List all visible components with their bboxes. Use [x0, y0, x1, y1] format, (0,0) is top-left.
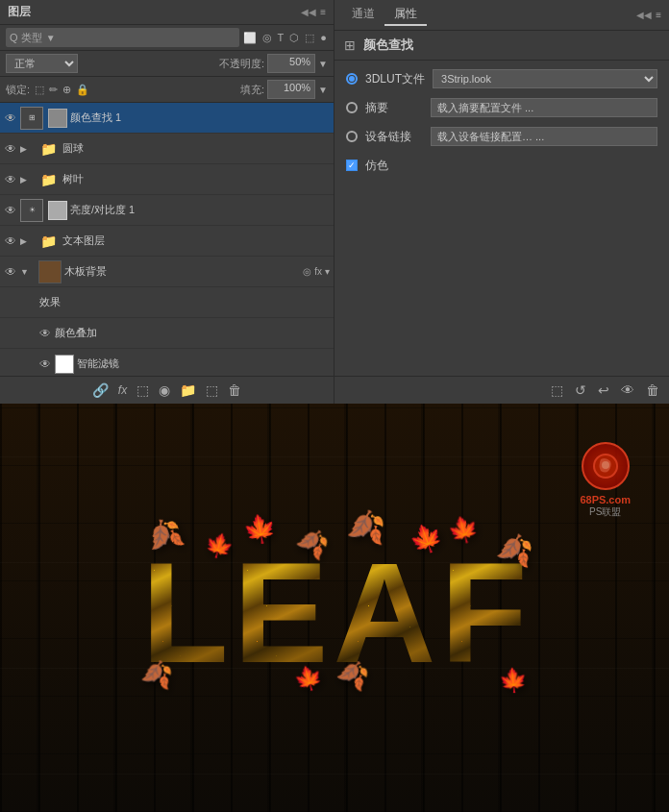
- lock-transparent-icon[interactable]: ⬚: [34, 83, 45, 97]
- eye-wood[interactable]: 👁: [4, 265, 17, 279]
- props-menu-icon[interactable]: ≡: [656, 10, 661, 20]
- label-3dlut: 3DLUT文件: [365, 71, 425, 87]
- layer-icon-circle[interactable]: ◎: [261, 31, 273, 45]
- eye-leaf[interactable]: 👁: [4, 173, 17, 186]
- layer-name-wood: 木板背景: [64, 264, 298, 279]
- leaf-deco-F-br: 🍁: [498, 665, 529, 695]
- prop-row-3dlut: 3DLUT文件 3Strip.look: [346, 68, 657, 89]
- props-body: 3DLUT文件 3Strip.look 摘要 载入摘要配置文件 ... 设备链接…: [334, 61, 669, 184]
- lock-position-icon[interactable]: ⊕: [62, 83, 72, 97]
- panel-collapse-controls: ◀◀ ≡: [301, 7, 326, 17]
- layer-icon-dot[interactable]: ●: [319, 31, 328, 44]
- leaf-deco-F-tr: 🍂: [494, 529, 535, 569]
- props-content-header: ⊞ 颜色查找: [334, 31, 669, 61]
- checkbox-dither[interactable]: ✓: [346, 160, 358, 171]
- expand-circle[interactable]: ▶: [20, 144, 34, 154]
- layer-item-color-overlay[interactable]: 👁 颜色叠加: [0, 318, 334, 349]
- fx-icon[interactable]: fx: [118, 383, 127, 397]
- svg-point-1: [602, 461, 609, 469]
- delete-layer-icon[interactable]: 🗑: [228, 382, 241, 398]
- eye-color-overlay[interactable]: 👁: [38, 327, 52, 340]
- props-collapse-icon[interactable]: ◀◀: [636, 10, 652, 20]
- layer-name-color-lookup: 颜色查找 1: [70, 111, 330, 125]
- eye-color-lookup[interactable]: 👁: [4, 111, 17, 125]
- leaf-deco-A-top: 🍂: [346, 506, 387, 546]
- props-adjustment-icon: ⊞: [344, 37, 356, 53]
- prop-row-dither: ✓ 仿色: [346, 155, 657, 176]
- tab-properties[interactable]: 属性: [384, 4, 427, 26]
- thumb-color-lookup: ⊞: [20, 107, 43, 130]
- link-icon[interactable]: 🔗: [92, 382, 109, 398]
- layer-item-color-lookup[interactable]: 👁 ⊞ 颜色查找 1: [0, 103, 334, 134]
- fill-dropdown[interactable]: ▼: [318, 85, 328, 95]
- watermark-logo-svg: [591, 452, 620, 480]
- layer-item-leaf[interactable]: 👁 ▶ 📁 树叶: [0, 164, 334, 195]
- layers-collapse-icon[interactable]: ◀◀: [301, 7, 316, 17]
- lock-fill-row: 锁定: ⬚ ✏ ⊕ 🔒 填充: 100% ▼: [0, 77, 334, 103]
- lock-all-icon[interactable]: 🔒: [75, 83, 90, 97]
- layer-name-brightness: 亮度/对比度 1: [70, 203, 330, 217]
- fx-arrow: ▾: [325, 266, 330, 277]
- layers-menu-icon[interactable]: ≡: [320, 7, 326, 17]
- top-panels: 图层 ◀◀ ≡ Q 类型 ▼ ⬜ ◎ T ⬡ ⬚ ● 正常: [0, 0, 669, 404]
- expand-leaf[interactable]: ▶: [20, 175, 34, 185]
- letter-E-box: 🍁 🍂 🍁 E: [234, 542, 329, 684]
- prop-row-summary: 摘要 载入摘要配置文件 ...: [346, 97, 657, 118]
- layers-list[interactable]: 👁 ⊞ 颜色查找 1 👁 ▶ 📁 圆球 👁 ▶ 📁 树叶: [0, 103, 334, 376]
- props-delete-icon[interactable]: 🗑: [646, 382, 659, 398]
- group-icon[interactable]: 📁: [180, 382, 196, 398]
- thumb-wood: [38, 260, 62, 283]
- label-summary: 摘要: [365, 100, 423, 116]
- btn-load-device[interactable]: 载入设备链接配置… ...: [431, 127, 657, 146]
- prop-row-device: 设备链接 载入设备链接配置… ...: [346, 126, 657, 147]
- eye-circle[interactable]: 👁: [4, 142, 17, 156]
- layer-item-brightness[interactable]: 👁 ☀ 亮度/对比度 1: [0, 195, 334, 226]
- select-3dlut[interactable]: 3Strip.look: [433, 69, 657, 88]
- layer-name-circle: 圆球: [62, 141, 330, 156]
- fill-group: 填充: 100% ▼: [240, 80, 328, 99]
- layers-panel-footer: 🔗 fx ⬚ ◉ 📁 ⬚ 🗑: [0, 376, 334, 404]
- expand-text[interactable]: ▶: [20, 236, 34, 246]
- props-icon1[interactable]: ⬚: [551, 382, 563, 398]
- layer-item-text[interactable]: 👁 ▶ 📁 文本图层: [0, 226, 334, 257]
- radio-3dlut[interactable]: [346, 73, 358, 85]
- search-dropdown-arrow[interactable]: ▼: [46, 33, 56, 43]
- layer-item-wood[interactable]: 👁 ▼ 木板背景 ◎ fx ▾: [0, 257, 334, 287]
- new-layer-icon[interactable]: ⬚: [206, 382, 218, 398]
- mask-icon[interactable]: ⬚: [136, 382, 149, 398]
- layer-item-effect[interactable]: 👁 效果: [0, 287, 334, 318]
- lock-label: 锁定:: [6, 83, 30, 97]
- expand-wood[interactable]: ▼: [20, 267, 34, 277]
- thumb-white-color-lookup: [48, 109, 67, 128]
- props-icon3[interactable]: ↩: [598, 382, 609, 398]
- props-icon2[interactable]: ↺: [575, 382, 586, 398]
- props-icon4[interactable]: 👁: [621, 382, 634, 398]
- eye-smart-filter[interactable]: 👁: [38, 357, 52, 371]
- properties-tabs: 通道 属性: [342, 4, 427, 26]
- letter-F-box: 🍁 🍂 🍁 F: [440, 542, 527, 684]
- blend-mode-select[interactable]: 正常: [6, 54, 78, 73]
- eye-text[interactable]: 👁: [4, 234, 17, 248]
- opacity-input[interactable]: 50%: [267, 54, 315, 73]
- eye-brightness[interactable]: 👁: [4, 204, 17, 217]
- layer-icon-text[interactable]: T: [277, 31, 285, 44]
- layer-mode-row: 正常 不透明度: 50% ▼: [0, 51, 334, 77]
- adjustment-icon[interactable]: ◉: [159, 382, 170, 398]
- fill-input[interactable]: 100%: [267, 80, 315, 99]
- leaf-deco-E-top: 🍁: [240, 510, 279, 548]
- layers-panel: 图层 ◀◀ ≡ Q 类型 ▼ ⬜ ◎ T ⬡ ⬚ ● 正常: [0, 0, 334, 404]
- opacity-dropdown[interactable]: ▼: [318, 59, 328, 69]
- layer-icon-rect[interactable]: ⬜: [242, 31, 258, 45]
- layer-item-circle[interactable]: 👁 ▶ 📁 圆球: [0, 134, 334, 164]
- layer-item-smart-filter[interactable]: 👁 智能滤镜: [0, 349, 334, 376]
- radio-device[interactable]: [346, 131, 358, 142]
- lock-pixels-icon[interactable]: ✏: [48, 83, 59, 97]
- layer-search-box[interactable]: Q 类型 ▼: [6, 28, 239, 47]
- thumb-brightness: ☀: [20, 199, 43, 222]
- layer-icon-smart[interactable]: ⬚: [304, 31, 315, 45]
- canvas-bg: 68PS.com PS联盟 🍂 🍁 🍂 L 🍁 🍂 🍁 E 🍂: [0, 404, 669, 812]
- btn-load-summary[interactable]: 载入摘要配置文件 ...: [431, 98, 657, 117]
- tab-channels[interactable]: 通道: [342, 4, 384, 26]
- radio-summary[interactable]: [346, 102, 358, 113]
- layer-icon-shape[interactable]: ⬡: [288, 31, 300, 45]
